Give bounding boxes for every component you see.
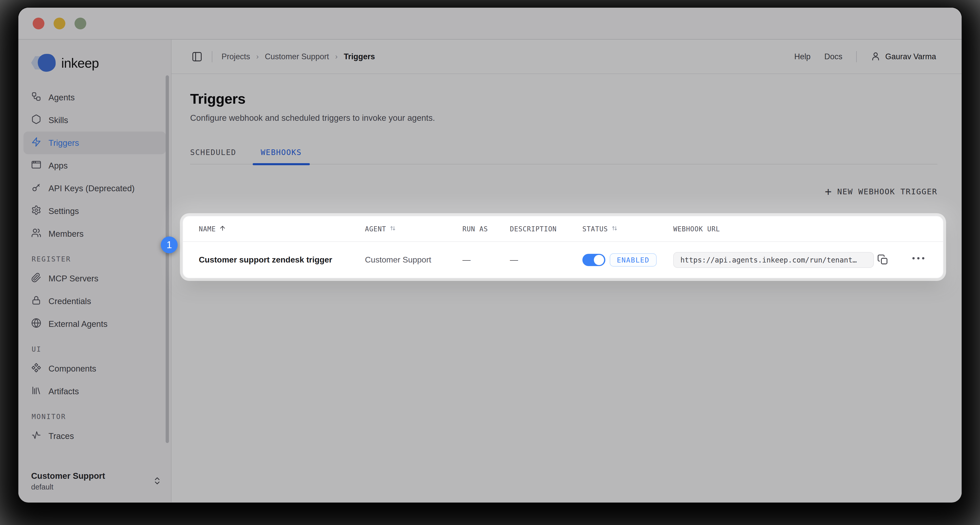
trigger-description: — xyxy=(510,242,518,278)
trigger-name[interactable]: Customer support zendesk trigger xyxy=(199,242,332,278)
app-window: inkeep Agents Skills Triggers Apps xyxy=(18,8,962,503)
column-header-name[interactable]: NAME xyxy=(199,216,226,242)
toggle-knob xyxy=(594,255,604,265)
status-toggle[interactable] xyxy=(582,254,605,266)
table-row[interactable]: Customer support zendesk trigger Custome… xyxy=(183,242,943,278)
table-header-row: NAME AGENT RUN AS DESCRIPTION STATUS WEB… xyxy=(183,216,943,242)
annotation-step-badge: 1 xyxy=(161,236,178,253)
column-header-description: DESCRIPTION xyxy=(510,216,557,242)
column-header-run-as: RUN AS xyxy=(463,216,488,242)
trigger-run-as: — xyxy=(463,242,471,278)
column-header-status[interactable]: STATUS xyxy=(582,216,618,242)
row-actions-menu-icon[interactable] xyxy=(912,257,924,259)
column-header-webhook-url: WEBHOOK URL xyxy=(673,216,720,242)
sort-ascending-icon xyxy=(219,225,226,233)
sort-both-icon xyxy=(389,225,396,233)
webhook-triggers-table: NAME AGENT RUN AS DESCRIPTION STATUS WEB… xyxy=(183,216,943,278)
status-badge: ENABLED xyxy=(610,253,657,266)
trigger-agent: Customer Support xyxy=(365,242,431,278)
column-header-agent[interactable]: AGENT xyxy=(365,216,396,242)
copy-icon[interactable] xyxy=(877,254,889,266)
sort-both-icon xyxy=(611,225,618,233)
webhook-url-field[interactable]: https://api.agents.inkeep.com/run/tenant… xyxy=(673,252,874,268)
